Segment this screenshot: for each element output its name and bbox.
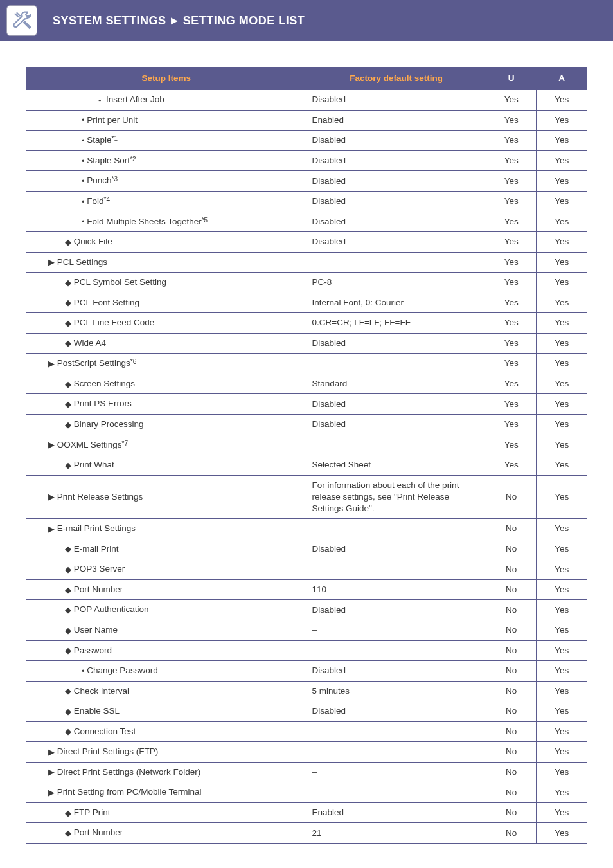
table-row: ▶ OOXML Settings*7YesYes [26, 435, 587, 455]
diamond-icon: ◆ [65, 338, 71, 349]
page-number: 7-12 [0, 856, 613, 868]
u-cell: Yes [486, 435, 537, 455]
factory-default-cell: – [306, 559, 486, 580]
superscript: *5 [202, 217, 208, 224]
page-title: SYSTEM SETTINGS ► SETTING MODE LIST [53, 14, 305, 28]
u-cell: Yes [486, 150, 537, 171]
u-cell: No [486, 539, 537, 559]
table-row: ▶ Direct Print Settings (Network Folder)… [26, 762, 587, 782]
u-cell: No [486, 475, 537, 519]
factory-default-cell: Disabled [306, 701, 486, 722]
u-cell: Yes [486, 171, 537, 192]
diamond-icon: ◆ [65, 297, 71, 309]
setup-item-cell: ◆ POP3 Server [26, 559, 307, 580]
diamond-icon: ◆ [65, 543, 71, 555]
table-row: ◆ User Name–NoYes [26, 620, 587, 641]
setup-item-label: Print What [74, 460, 114, 469]
bullet-icon: • [82, 196, 85, 208]
triangle-right-icon: ▶ [48, 766, 55, 778]
setup-item-label: Staple Sort [87, 156, 130, 165]
setup-item-label: Port Number [74, 584, 123, 594]
a-cell: Yes [537, 90, 587, 111]
diamond-icon: ◆ [65, 318, 71, 329]
factory-default-cell: Enabled [306, 110, 486, 131]
header-right-text: SETTING MODE LIST [183, 14, 305, 28]
a-cell: Yes [537, 600, 587, 620]
factory-default-cell: Disabled [306, 150, 486, 171]
a-cell: Yes [537, 701, 587, 722]
table-row: • Staple*1DisabledYesYes [26, 131, 587, 151]
u-cell: Yes [486, 374, 537, 394]
factory-default-cell: Selected Sheet [306, 455, 486, 476]
factory-default-cell [306, 435, 486, 455]
triangle-right-icon: ▶ [48, 257, 55, 268]
settings-table: Setup Items Factory default setting U A … [26, 67, 587, 844]
superscript: *2 [130, 156, 136, 163]
superscript: *1 [112, 135, 118, 142]
u-cell: Yes [486, 131, 537, 151]
a-cell: Yes [537, 354, 587, 374]
diamond-icon: ◆ [65, 625, 71, 637]
setup-item-cell: ▶ Direct Print Settings (Network Folder) [26, 762, 307, 782]
u-cell: No [486, 823, 537, 844]
a-cell: Yes [537, 171, 587, 192]
setup-item-cell: ◆ Wide A4 [26, 333, 307, 354]
factory-default-cell [306, 354, 486, 374]
diamond-icon: ◆ [65, 237, 71, 248]
table-row: ◆ PCL Font SettingInternal Font, 0: Cour… [26, 293, 587, 313]
table-row: ◆ PCL Symbol Set SettingPC-8YesYes [26, 273, 587, 293]
factory-default-cell: 0.CR=CR; LF=LF; FF=FF [306, 313, 486, 334]
table-row: • Punch*3DisabledYesYes [26, 171, 587, 192]
setup-item-cell: ▶ PCL Settings [26, 252, 307, 273]
setup-item-cell: ▶ PostScript Settings*6 [26, 354, 307, 374]
setup-item-cell: ◆ Enable SSL [26, 701, 307, 722]
factory-default-cell: 5 minutes [306, 681, 486, 701]
setup-item-cell: ▶ Print Setting from PC/Mobile Terminal [26, 782, 307, 803]
a-cell: Yes [537, 823, 587, 844]
setup-item-label: Port Number [74, 828, 123, 838]
setup-item-label: POP3 Server [74, 565, 125, 574]
diamond-icon: ◆ [65, 460, 71, 471]
setup-item-cell: ▶ Direct Print Settings (FTP) [26, 742, 307, 763]
table-row: ▶ Print Setting from PC/Mobile TerminalN… [26, 782, 587, 803]
setup-item-cell: ◆ User Name [26, 620, 307, 641]
setup-item-label: PCL Line Feed Code [74, 318, 155, 328]
diamond-icon: ◆ [65, 564, 71, 575]
setup-item-label: Change Password [87, 665, 157, 675]
factory-default-cell: – [306, 762, 486, 782]
setup-item-label: Screen Settings [74, 379, 135, 388]
u-cell: No [486, 721, 537, 742]
table-row: ◆ Binary ProcessingDisabledYesYes [26, 414, 587, 435]
factory-default-cell: 110 [306, 579, 486, 600]
u-cell: Yes [486, 273, 537, 293]
diamond-icon: ◆ [65, 685, 71, 697]
bullet-icon: • [82, 135, 85, 147]
u-cell: No [486, 661, 537, 682]
a-cell: Yes [537, 414, 587, 435]
setup-item-cell: ◆ Port Number [26, 579, 307, 600]
diamond-icon: ◆ [65, 808, 71, 819]
table-row: ▶ Direct Print Settings (FTP)NoYes [26, 742, 587, 763]
setup-item-cell: ◆ Print What [26, 455, 307, 476]
bullet-icon: • [82, 176, 85, 187]
triangle-right-icon: ▶ [48, 523, 55, 535]
a-cell: Yes [537, 519, 587, 539]
a-cell: Yes [537, 455, 587, 476]
factory-default-cell: – [306, 620, 486, 641]
a-cell: Yes [537, 681, 587, 701]
setup-item-cell: ◆ Quick File [26, 232, 307, 253]
setup-item-label: Fold [87, 196, 103, 206]
a-cell: Yes [537, 252, 587, 273]
triangle-right-icon: ▶ [48, 358, 55, 370]
factory-default-cell: Disabled [306, 539, 486, 559]
setup-item-label: Direct Print Settings (Network Folder) [57, 767, 201, 777]
factory-default-cell: PC-8 [306, 273, 486, 293]
table-row: ◆ Print PS ErrorsDisabledYesYes [26, 394, 587, 415]
setup-item-cell: • Change Password [26, 661, 307, 682]
a-cell: Yes [537, 212, 587, 232]
factory-default-cell: Disabled [306, 171, 486, 192]
setup-item-label: PCL Symbol Set Setting [74, 277, 166, 287]
setup-item-label: PostScript Settings [57, 359, 130, 368]
setup-item-cell: ◆ PCL Symbol Set Setting [26, 273, 307, 293]
setup-item-cell: • Punch*3 [26, 171, 307, 192]
